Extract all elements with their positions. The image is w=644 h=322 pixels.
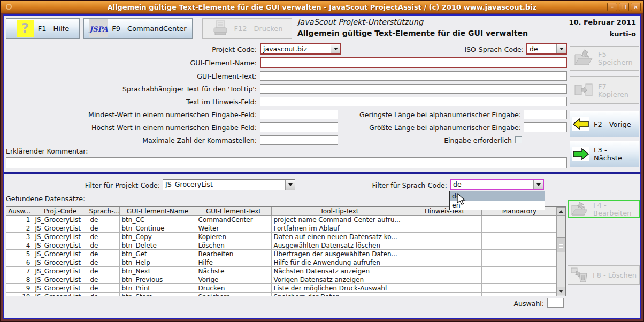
table-cell: btn_Next bbox=[119, 267, 196, 275]
table-row[interactable]: 5JS_GroceryListdebtn_GetBearbeitenÜbertr… bbox=[6, 250, 557, 258]
filter-project-value: JS_GroceryList bbox=[165, 180, 284, 190]
table-row[interactable]: 9JS_GroceryListdebtn_PrintDruckenListe d… bbox=[6, 284, 557, 293]
table-cell: de bbox=[88, 216, 119, 224]
table-cell: btn_Get bbox=[119, 250, 196, 258]
table-row[interactable]: 4JS_GroceryListdebtn_DeleteLöschenAusgew… bbox=[6, 241, 557, 250]
edit-button-label: F4 - Bearbeiten bbox=[593, 201, 637, 217]
max-value-field[interactable] bbox=[260, 122, 338, 132]
table-row[interactable]: 1JS_GroceryListdebtn_CCCommandCenterproj… bbox=[6, 216, 557, 224]
table-cell bbox=[481, 293, 557, 297]
table-cell: btn_CC bbox=[119, 216, 196, 224]
required-checkbox[interactable] bbox=[515, 136, 522, 143]
edit-icon bbox=[571, 201, 589, 217]
scroll-down-icon[interactable] bbox=[557, 287, 565, 295]
chevron-down-icon[interactable] bbox=[556, 44, 566, 53]
gui-text-label: GUI-Element-Text: bbox=[197, 72, 257, 80]
iso-code-label: ISO-Sprach-Code: bbox=[464, 45, 524, 53]
table-cell: de bbox=[88, 267, 119, 275]
table-column-header[interactable]: GUI-Element-Name bbox=[119, 207, 196, 216]
gui-text-field[interactable] bbox=[260, 71, 567, 81]
min-value-label: Mindest-Wert in einem numerischen Eingab… bbox=[88, 111, 257, 119]
table-column-header[interactable]: Ausw... bbox=[6, 207, 33, 216]
table-cell bbox=[408, 258, 481, 267]
chevron-down-icon[interactable] bbox=[533, 180, 543, 189]
edit-button[interactable]: F4 - Bearbeiten bbox=[568, 200, 640, 218]
section-divider bbox=[4, 172, 641, 174]
window-menu-icon[interactable] bbox=[6, 4, 12, 10]
filter-project-combobox[interactable]: JS_GroceryList bbox=[163, 179, 295, 190]
table-row[interactable]: 7JS_GroceryListdebtn_NextNächsteNächsten… bbox=[6, 267, 557, 275]
table-cell: JS_GroceryList bbox=[33, 233, 88, 241]
table-cell bbox=[481, 241, 557, 250]
app-title: JavaScout Projekt-Unterstützung bbox=[297, 18, 423, 26]
max-value-label: Höchst-Wert in einem numerischen Eingabe… bbox=[91, 124, 257, 132]
table-cell: Liste der möglichen Druck-Auswahl bbox=[271, 284, 408, 293]
table-cell: btn_Print bbox=[119, 284, 196, 293]
iso-code-combobox[interactable]: de bbox=[526, 43, 567, 55]
filter-language-combobox[interactable]: de bbox=[450, 179, 544, 190]
commandcenter-icon: JSPA bbox=[89, 19, 108, 37]
table-row[interactable]: 2JS_GroceryListdebtn_ContinueWeiterFortf… bbox=[6, 224, 557, 233]
table-cell: Ausgewählten Datensatz löschen bbox=[271, 241, 408, 250]
min-value-field[interactable] bbox=[260, 110, 338, 119]
previous-button[interactable]: F2 - Vorige bbox=[570, 111, 639, 137]
minimize-button[interactable]: – bbox=[607, 3, 617, 11]
table-column-header[interactable]: Tool-Tip-Text bbox=[271, 207, 408, 216]
next-button[interactable]: F3 - Nächste bbox=[570, 141, 639, 167]
hinweis-field[interactable] bbox=[260, 97, 567, 106]
copy-button-label: F7 - Kopieren bbox=[598, 82, 635, 98]
copy-button: F7 - Kopieren bbox=[570, 76, 639, 104]
table-cell: CommandCenter bbox=[196, 216, 271, 224]
table-cell bbox=[481, 284, 557, 293]
vertical-scrollbar[interactable] bbox=[556, 207, 565, 296]
next-icon bbox=[572, 147, 589, 161]
help-button-label: F1 - Hilfe bbox=[38, 25, 69, 33]
maximize-button[interactable]: ❐ bbox=[619, 3, 629, 11]
commandcenter-button[interactable]: JSPA F9 - CommandCenter bbox=[83, 18, 193, 39]
table-cell bbox=[481, 258, 557, 267]
delete-icon bbox=[570, 266, 588, 283]
decimals-field[interactable] bbox=[260, 135, 338, 145]
scroll-up-icon[interactable] bbox=[557, 207, 565, 216]
comment-field[interactable] bbox=[6, 157, 567, 168]
projekt-code-combobox[interactable]: javascout.biz bbox=[260, 43, 341, 55]
tooltip-text-field[interactable] bbox=[260, 84, 567, 94]
chevron-down-icon[interactable] bbox=[331, 44, 340, 53]
table-cell: btn_Store bbox=[119, 293, 196, 297]
print-button: F12 - Drucken bbox=[202, 18, 292, 39]
table-cell bbox=[408, 250, 481, 258]
min-length-field[interactable] bbox=[524, 110, 567, 119]
table-cell: btn_Continue bbox=[119, 224, 196, 233]
results-table-body: 1JS_GroceryListdebtn_CCCommandCenterproj… bbox=[6, 216, 557, 297]
table-cell: 2 bbox=[6, 224, 33, 233]
titlebar: Allgemein gültige Text-Elemente für die … bbox=[1, 1, 643, 13]
table-row[interactable]: 8JS_GroceryListdebtn_PreviousVorigeVorig… bbox=[6, 275, 557, 284]
table-cell: de bbox=[88, 233, 119, 241]
filter-language-value: de bbox=[453, 180, 532, 189]
table-cell: JS_GroceryList bbox=[33, 258, 88, 267]
close-button[interactable]: ✕ bbox=[631, 3, 641, 11]
mouse-cursor-icon bbox=[456, 193, 466, 207]
gui-name-field[interactable] bbox=[260, 57, 567, 68]
table-cell: de bbox=[88, 241, 119, 250]
table-cell: project-name Command-Center aufru... bbox=[271, 216, 408, 224]
max-length-field[interactable] bbox=[524, 122, 567, 132]
table-column-header[interactable]: Sprach-... bbox=[88, 207, 119, 216]
chevron-down-icon[interactable] bbox=[285, 180, 295, 190]
commandcenter-button-label: F9 - CommandCenter bbox=[112, 25, 186, 33]
projekt-code-value: javascout.biz bbox=[263, 44, 329, 53]
table-cell: btn_Help bbox=[119, 258, 196, 267]
delete-button-label: F8 - Löschen bbox=[593, 271, 637, 279]
table-cell: 3 bbox=[6, 233, 33, 241]
table-column-header[interactable]: GUI-Element-Text bbox=[196, 207, 271, 216]
table-column-header[interactable]: Proj.-Code bbox=[33, 207, 88, 216]
table-row[interactable]: 10JS_GroceryListdebtn_StoreSpeichernSpei… bbox=[6, 293, 557, 297]
scrollbar-thumb[interactable] bbox=[557, 237, 565, 252]
selection-field[interactable] bbox=[547, 298, 564, 308]
table-row[interactable]: 6JS_GroceryListdebtn_HelpHilfeHilfe für … bbox=[6, 258, 557, 267]
help-button[interactable]: ? F1 - Hilfe bbox=[6, 18, 80, 39]
comment-label: Erklärender Kommentar: bbox=[6, 147, 88, 155]
previous-button-label: F2 - Vorige bbox=[594, 120, 631, 128]
table-row[interactable]: 3JS_GroceryListdebtn_CopyKopierenDaten a… bbox=[6, 233, 557, 241]
projekt-code-label: Projekt-Code: bbox=[212, 45, 257, 53]
